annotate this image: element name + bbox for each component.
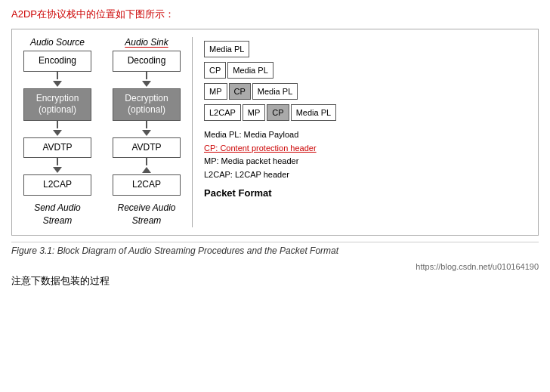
columns-wrapper: Audio Source Encoding Encryption(optiona… (20, 37, 184, 227)
line-v-5 (146, 121, 147, 128)
audio-sink-title: Audio Sink (125, 37, 168, 48)
footer-note: 注意下数据包装的过程 (11, 274, 539, 288)
avdtp-box-right: AVDTP (113, 137, 181, 159)
pkt-cp-3: CP (229, 83, 251, 100)
line-v-4 (146, 72, 147, 79)
line-v-1 (57, 72, 58, 79)
l2cap-box-left: L2CAP (23, 174, 91, 196)
legend: Media PL: Media Payload CP: Content prot… (204, 128, 317, 181)
right-section: Media PL CP Media PL MP CP Media PL L2CA… (200, 37, 530, 199)
arrow-down-1 (53, 81, 62, 87)
packet-rows: Media PL CP Media PL MP CP Media PL L2CA… (204, 41, 336, 121)
receive-audio-label: Receive AudioStream (118, 202, 176, 227)
packet-format-title: Packet Format (204, 187, 272, 199)
arrow-down-5 (142, 130, 151, 136)
arrow-down-2 (53, 130, 62, 136)
intro-text: A2DP在协议栈中的位置如下图所示： (11, 8, 539, 21)
arrow-up-1 (142, 167, 151, 173)
page: A2DP在协议栈中的位置如下图所示： Audio Source Encoding… (0, 0, 550, 295)
audio-source-title: Audio Source (30, 37, 85, 48)
line-v-2 (57, 121, 58, 128)
decoding-box: Decoding (113, 51, 181, 72)
line-v-6 (146, 158, 147, 165)
legend-item-3: MP: Media packet header (204, 155, 317, 168)
audio-source-column: Audio Source Encoding Encryption(optiona… (20, 37, 95, 227)
packet-row-2: CP Media PL (204, 62, 336, 79)
packet-row-4: L2CAP MP CP Media PL (204, 104, 336, 121)
legend-item-1: Media PL: Media Payload (204, 128, 317, 142)
diagram-container: Audio Source Encoding Encryption(optiona… (11, 29, 539, 236)
legend-item-4: L2CAP: L2CAP header (204, 168, 317, 182)
intro-prefix: A2DP在协议栈中的位置如下图所示： (11, 8, 175, 20)
arrow-down-4 (142, 81, 151, 87)
avdtp-box-left: AVDTP (23, 137, 91, 159)
figure-caption: Figure 3.1: Block Diagram of Audio Strea… (11, 242, 539, 259)
packet-row-1: Media PL (204, 41, 336, 57)
encoding-box: Encoding (23, 51, 91, 72)
pkt-cp-4: CP (267, 104, 289, 121)
decryption-box: Decryption(optional) (113, 88, 181, 121)
pkt-media-pl-3: Media PL (252, 83, 298, 100)
send-audio-label: Send AudioStream (34, 202, 81, 227)
encryption-box: Encryption(optional) (23, 88, 91, 121)
footer-link[interactable]: https://blog.csdn.net/u010164190 (11, 262, 539, 271)
pkt-mp-4: MP (243, 104, 266, 121)
legend-item-2: CP: Content protection header (204, 142, 317, 156)
divider-v (192, 37, 193, 227)
pkt-mp-3: MP (204, 83, 227, 100)
pkt-l2cap-4: L2CAP (204, 104, 241, 121)
pkt-media-pl-1: Media PL (204, 41, 249, 57)
arrow-down-3 (53, 167, 62, 173)
line-v-3 (57, 158, 58, 165)
pkt-media-pl-4: Media PL (291, 104, 336, 121)
l2cap-box-right: L2CAP (113, 174, 181, 196)
packet-row-3: MP CP Media PL (204, 83, 336, 100)
pkt-media-pl-2: Media PL (227, 62, 273, 79)
audio-sink-column: Audio Sink Decoding Decryption(optional)… (109, 37, 184, 227)
pkt-cp-2: CP (204, 62, 226, 79)
